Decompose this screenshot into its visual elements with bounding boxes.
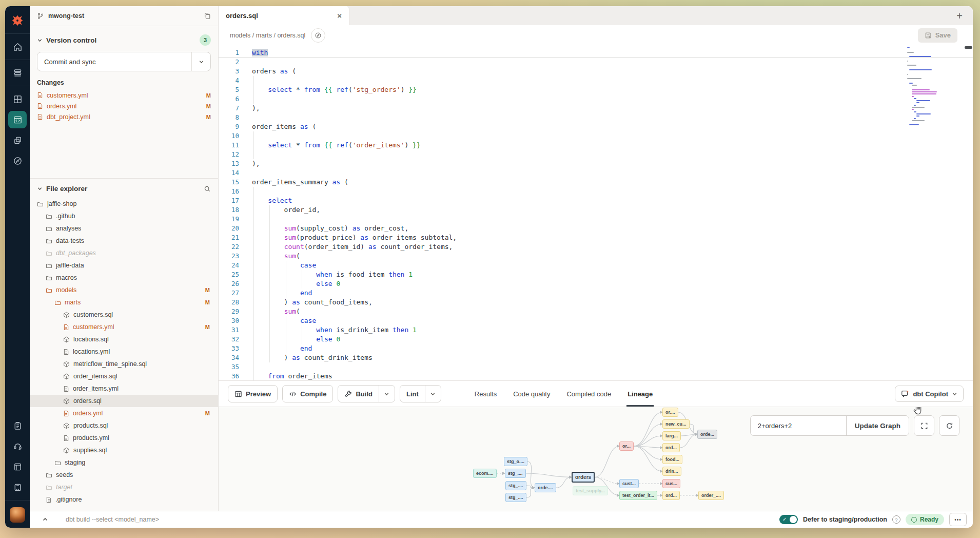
dbt-copilot-button[interactable]: dbt Copilot: [895, 386, 964, 402]
lineage-node-y1[interactable]: or....: [662, 408, 678, 417]
file-explorer-header[interactable]: File explorer: [30, 180, 218, 198]
orchestrate-icon[interactable]: [8, 131, 27, 149]
open-in-explorer-compass-icon[interactable]: [311, 28, 325, 43]
lineage-node-gray[interactable]: orde...: [697, 430, 717, 439]
tree-item-marts[interactable]: martsM: [30, 296, 218, 309]
tab-lineage[interactable]: Lineage: [628, 381, 653, 407]
lineage-node-orders[interactable]: orders: [572, 472, 595, 483]
lineage-node-toi[interactable]: test_order_it...: [619, 491, 657, 500]
dbt-logo-icon[interactable]: [8, 12, 27, 29]
user-avatar[interactable]: [10, 507, 25, 523]
tree-item-orders.yml[interactable]: orders.ymlM: [30, 407, 218, 419]
lineage-node-y2[interactable]: new_cu...: [662, 419, 690, 429]
lineage-node-y8[interactable]: order_....: [698, 491, 724, 500]
build-button[interactable]: Build: [338, 385, 395, 402]
tree-item-orders.sql[interactable]: orders.sql: [30, 395, 218, 407]
changed-file-row[interactable]: dbt_project.ymlM: [37, 111, 211, 122]
tree-item-jaffle-shop[interactable]: jaffle-shop: [30, 198, 218, 210]
build-options-caret[interactable]: [379, 386, 395, 402]
lineage-selector-input[interactable]: [751, 416, 847, 435]
tree-item-macros[interactable]: macros: [30, 272, 218, 284]
code-line: 18 order_id,: [219, 205, 973, 215]
tab-results[interactable]: Results: [475, 381, 497, 407]
tree-item-seeds[interactable]: seeds: [30, 469, 218, 481]
tree-item-target[interactable]: target: [30, 481, 218, 493]
tab-compiled-code[interactable]: Compiled code: [566, 381, 611, 407]
dbt-command-input[interactable]: [65, 515, 774, 524]
develop-editor-icon[interactable]: [8, 111, 27, 128]
lineage-node-y3[interactable]: larg...: [662, 431, 681, 440]
tree-item-supplies.sql[interactable]: supplies.sql: [30, 444, 218, 456]
lint-button[interactable]: Lint: [400, 385, 441, 402]
tree-item-order-items.yml[interactable]: order_items.yml: [30, 382, 218, 395]
home-icon[interactable]: [8, 38, 27, 55]
lineage-node-y5[interactable]: food...: [662, 455, 682, 464]
changed-file-row[interactable]: customers.ymlM: [37, 90, 211, 101]
lineage-node-cust[interactable]: cust...: [619, 479, 639, 488]
lineage-node-ordi[interactable]: orde....: [535, 483, 556, 492]
lineage-node-stg2[interactable]: stg_....: [505, 469, 526, 478]
tab-orders-sql[interactable]: orders.sql ×: [219, 6, 349, 25]
copy-icon[interactable]: [204, 12, 211, 20]
result-panel-tabs: Results Code quality Compiled code Linea…: [466, 381, 661, 407]
lineage-node-y7[interactable]: ord...: [662, 491, 680, 500]
changelog-icon[interactable]: [8, 478, 27, 496]
fullscreen-icon[interactable]: [914, 415, 934, 436]
search-icon[interactable]: [204, 185, 211, 193]
lineage-node-ecom[interactable]: ecom....: [473, 469, 497, 478]
modified-badge: M: [205, 324, 210, 330]
lineage-node-y6[interactable]: drin...: [662, 467, 681, 476]
tree-item-models[interactable]: modelsM: [30, 284, 218, 296]
minimap-line: [907, 65, 916, 66]
tree-item-data-tests[interactable]: data-tests: [30, 235, 218, 247]
lineage-node-orp[interactable]: or...: [619, 441, 634, 451]
lineage-node-stg3[interactable]: stg_....: [505, 481, 526, 490]
lineage-node-stg1[interactable]: stg_o....: [504, 457, 527, 466]
tree-item-customers.sql[interactable]: customers.sql: [30, 309, 218, 321]
tab-code-quality[interactable]: Code quality: [513, 381, 550, 407]
new-tab-plus-icon[interactable]: +: [956, 11, 963, 21]
tree-item-locations.yml[interactable]: locations.yml: [30, 345, 218, 358]
tree-item-products.sql[interactable]: products.sql: [30, 419, 218, 432]
scrollbar-thumb[interactable]: [965, 46, 972, 49]
tree-item-metricflow-time-spine.sql[interactable]: metricflow_time_spine.sql: [30, 358, 218, 370]
tree-item-.github[interactable]: .github: [30, 210, 218, 222]
docs-book-icon[interactable]: [8, 458, 27, 475]
lineage-node-cusp[interactable]: cus...: [662, 479, 680, 488]
commit-options-caret[interactable]: [191, 52, 210, 71]
more-options-button[interactable]: •••: [949, 513, 967, 526]
version-control-header[interactable]: Version control 3: [37, 29, 211, 51]
refresh-icon[interactable]: [939, 415, 959, 436]
tasks-clipboard-icon[interactable]: [8, 417, 27, 434]
lint-options-caret[interactable]: [425, 386, 441, 402]
update-graph-button[interactable]: Update Graph: [847, 416, 909, 435]
explore-compass-icon[interactable]: [8, 152, 27, 169]
save-button[interactable]: Save: [918, 28, 957, 43]
tree-item-staging[interactable]: staging: [30, 456, 218, 469]
deploy-stack-icon[interactable]: [8, 64, 27, 82]
tree-item-.gitignore[interactable]: .gitignore: [30, 493, 218, 506]
tree-item-dbt-packages[interactable]: dbt_packages: [30, 247, 218, 259]
tree-item-customers.yml[interactable]: customers.ymlM: [30, 321, 218, 333]
lineage-panel[interactable]: Update Graph ecom....stg_o....stg_....st…: [219, 407, 973, 511]
code-editor[interactable]: 1with23orders as (45 select * from {{ re…: [219, 45, 973, 380]
changed-file-row[interactable]: orders.ymlM: [37, 101, 211, 111]
defer-toggle[interactable]: ✓: [779, 515, 798, 524]
commit-and-sync-button[interactable]: Commit and sync: [37, 52, 211, 71]
lineage-node-stg4[interactable]: stg_....: [505, 493, 526, 502]
support-headset-icon[interactable]: [8, 437, 27, 455]
minimap[interactable]: [907, 47, 965, 129]
chevron-up-icon[interactable]: [42, 516, 48, 523]
tree-item-jaffle-data[interactable]: jaffle-data: [30, 259, 218, 272]
tree-item-order-items.sql[interactable]: order_items.sql: [30, 370, 218, 382]
tree-item-products.yml[interactable]: products.yml: [30, 432, 218, 444]
folder-icon: [46, 262, 52, 269]
lineage-node-y4[interactable]: ord...: [662, 443, 680, 452]
preview-button[interactable]: Preview: [228, 385, 278, 402]
apps-grid-icon[interactable]: [8, 90, 27, 108]
compile-button[interactable]: Compile: [282, 385, 333, 402]
close-icon[interactable]: ×: [337, 12, 342, 20]
help-question-icon[interactable]: ?: [892, 515, 900, 524]
tree-item-analyses[interactable]: analyses: [30, 222, 218, 235]
tree-item-locations.sql[interactable]: locations.sql: [30, 333, 218, 345]
